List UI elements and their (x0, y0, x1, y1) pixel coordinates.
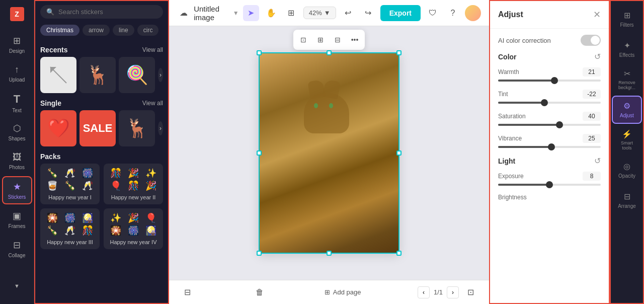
handle-bottom-right[interactable] (396, 251, 401, 256)
warmth-slider[interactable] (498, 80, 601, 82)
sticker-item[interactable]: 🍭 (119, 57, 155, 93)
sidebar-item-text[interactable]: T Text (2, 89, 32, 117)
shield-icon[interactable]: 🛡 (425, 5, 441, 21)
color-reset-button[interactable]: ↺ (594, 52, 601, 61)
sticker-panel: 🔍 Christmas arrow line circ Recents View… (34, 0, 169, 304)
copy-button[interactable]: ⊟ (330, 32, 346, 48)
tag-christmas[interactable]: Christmas (40, 25, 79, 36)
handle-middle-right[interactable] (396, 150, 401, 156)
exposure-fill (498, 184, 549, 186)
right-tool-filters[interactable]: ⊞ Filters (612, 5, 642, 33)
page-next-button[interactable]: › (447, 286, 459, 298)
right-tool-opacity[interactable]: ◎ Opacity (612, 156, 642, 184)
user-avatar[interactable] (465, 5, 481, 21)
right-tool-smart-tools[interactable]: ⚡ Smarttools (612, 126, 642, 154)
handle-bottom-left[interactable] (257, 251, 262, 256)
add-page-label: Add page (333, 288, 361, 296)
sticker-item[interactable]: 🦌 (119, 110, 155, 146)
search-input[interactable] (58, 8, 157, 16)
single-view-all[interactable]: View all (142, 100, 163, 107)
saturation-thumb[interactable] (556, 121, 563, 128)
sidebar-item-stickers[interactable]: ★ Stickers (2, 176, 32, 204)
redo-button[interactable]: ↪ (360, 5, 376, 21)
crop-button[interactable]: ⊡ (295, 32, 311, 48)
saturation-fill (498, 124, 559, 126)
saturation-slider-section: Saturation 40 (498, 112, 601, 126)
select-tool-button[interactable]: ➤ (243, 5, 259, 21)
sticker-item[interactable]: SALE (79, 110, 116, 146)
exposure-thumb[interactable] (546, 181, 553, 188)
fullscreen-button[interactable]: ⊡ (463, 284, 479, 300)
adjust-close-button[interactable]: ✕ (593, 9, 601, 20)
tint-slider[interactable] (498, 102, 601, 104)
help-button[interactable]: ? (445, 5, 461, 21)
more-options-button[interactable]: ••• (347, 32, 363, 48)
search-input-wrap[interactable]: 🔍 (40, 5, 163, 19)
bottom-center: ⊞ Add page (325, 288, 361, 296)
sidebar-item-upload[interactable]: ↑ Upload (2, 59, 32, 88)
sidebar-item-collage[interactable]: ⊟ Collage (2, 235, 32, 263)
light-reset-button[interactable]: ↺ (594, 156, 601, 166)
delete-button[interactable]: 🗑 (252, 284, 268, 300)
tag-line[interactable]: line (113, 25, 134, 36)
page-prev-button[interactable]: ‹ (418, 286, 430, 298)
pack-item-4[interactable]: ✨ 🎉 🎈 🎇 🎆 🎑 Happy new year IV (104, 208, 163, 249)
flip-button[interactable]: ⊞ (312, 32, 329, 48)
brightness-label: Brightness (498, 194, 527, 201)
pack-item-2[interactable]: 🎊 🎉 ✨ 🎈 🎊 🎉 Happy new year II (104, 164, 163, 204)
right-tool-effects[interactable]: ✦ Effects (612, 35, 642, 63)
ai-color-toggle[interactable] (581, 35, 601, 46)
vibrance-fill (498, 146, 551, 148)
undo-button[interactable]: ↩ (340, 5, 356, 21)
canvas-title-area[interactable]: Untitled image ▼ (194, 5, 239, 22)
light-section-header: Light ↺ (498, 156, 601, 166)
right-tool-remove-bg[interactable]: ✂ Removebeckgr... (612, 65, 642, 94)
tint-thumb[interactable] (541, 99, 548, 106)
brightness-slider-section: Brightness (498, 194, 601, 201)
recents-view-all[interactable]: View all (142, 46, 163, 53)
cloud-save-button[interactable]: ☁ (177, 5, 190, 21)
exposure-label: Exposure (498, 173, 524, 180)
sidebar-item-photos[interactable]: 🖼 Photos (2, 147, 32, 175)
add-to-canvas-button[interactable]: ⊟ (179, 284, 195, 300)
handle-top-middle[interactable] (327, 50, 332, 55)
pan-tool-button[interactable]: ✋ (263, 5, 279, 21)
pack-item-3[interactable]: 🎇 🎆 🎑 🍾 🥂 🎊 Happy new year III (40, 208, 100, 249)
sidebar-item-frames[interactable]: ▣ Frames (2, 205, 32, 234)
sticker-item[interactable] (40, 57, 76, 93)
vibrance-thumb[interactable] (548, 143, 555, 150)
sticker-item[interactable]: 🦌 (79, 57, 116, 93)
sidebar-item-design[interactable]: ⊞ Design (2, 30, 32, 58)
sidebar-item-shapes[interactable]: ⬡ Shapes (2, 118, 32, 146)
exposure-slider-section: Exposure 8 (498, 172, 601, 186)
handle-middle-left[interactable] (257, 150, 262, 156)
tag-arrow[interactable]: arrow (83, 25, 110, 36)
recents-next-button[interactable]: › (158, 68, 163, 82)
logo-button[interactable]: Z (7, 4, 27, 24)
vibrance-slider[interactable] (498, 146, 601, 148)
page-indicator: 1/1 (434, 288, 443, 296)
zoom-control[interactable]: 42% ▼ (303, 7, 336, 19)
handle-bottom-middle[interactable] (327, 251, 332, 256)
exposure-slider[interactable] (498, 184, 601, 186)
grid-tool-button[interactable]: ⊞ (283, 5, 299, 21)
canvas-image[interactable] (259, 52, 399, 254)
add-page-button[interactable]: ⊞ Add page (325, 288, 361, 296)
saturation-slider[interactable] (498, 124, 601, 126)
right-tool-arrange[interactable]: ⊟ Arrange (612, 186, 642, 214)
handle-top-right[interactable] (396, 50, 401, 55)
export-button[interactable]: Export (380, 5, 421, 21)
handle-top-left[interactable] (257, 50, 262, 55)
chevron-down-button[interactable]: ▼ (2, 272, 32, 300)
tag-circ[interactable]: circ (137, 25, 159, 36)
canvas-body: Page 1 ⊡ ⊞ ⊟ ••• (169, 26, 489, 280)
stickers-icon: ★ (13, 181, 21, 192)
pack-item-1[interactable]: 🍾 🥂 🎆 🥃 🍾 🥂 Happy new year I (40, 164, 100, 204)
single-next-button[interactable]: › (158, 121, 163, 135)
warmth-thumb[interactable] (551, 77, 558, 84)
text-icon: T (14, 93, 20, 106)
arrange-icon: ⊟ (624, 192, 630, 201)
warmth-label: Warmth (498, 68, 519, 75)
right-tool-adjust[interactable]: ⚙ Adjust (612, 96, 642, 124)
sticker-item[interactable]: ❤️ (40, 110, 76, 146)
